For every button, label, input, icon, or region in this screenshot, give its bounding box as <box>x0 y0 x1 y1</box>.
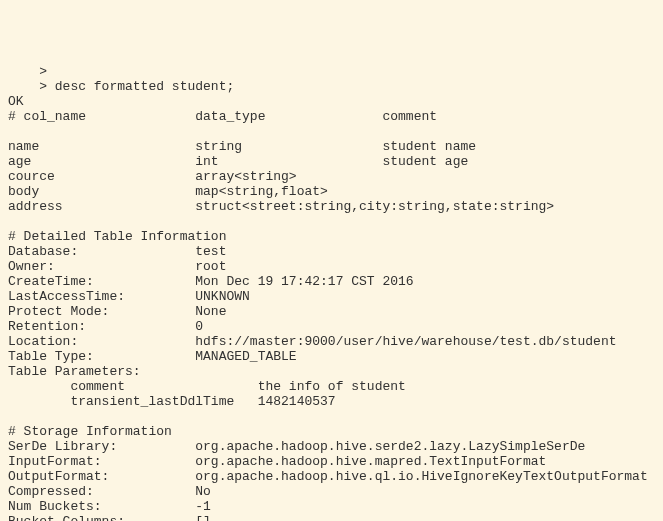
output-line: Compressed: No <box>8 484 211 499</box>
output-line: Table Parameters: <box>8 364 141 379</box>
output-line: age int student age <box>8 154 468 169</box>
terminal-output: > > desc formatted student; OK # col_nam… <box>8 64 655 521</box>
output-line: # col_name data_type comment <box>8 109 437 124</box>
output-line: Table Type: MANAGED_TABLE <box>8 349 297 364</box>
output-line: address struct<street:string,city:string… <box>8 199 554 214</box>
output-line: Protect Mode: None <box>8 304 226 319</box>
output-line: CreateTime: Mon Dec 19 17:42:17 CST 2016 <box>8 274 414 289</box>
output-line: Owner: root <box>8 259 226 274</box>
output-line: # Detailed Table Information <box>8 229 226 244</box>
output-line: Database: test <box>8 244 226 259</box>
output-line: > <box>8 64 47 79</box>
output-line: OK <box>8 94 24 109</box>
output-line: Num Buckets: -1 <box>8 499 211 514</box>
output-line: InputFormat: org.apache.hadoop.hive.mapr… <box>8 454 546 469</box>
output-line: LastAccessTime: UNKNOWN <box>8 289 250 304</box>
output-line: comment the info of student <box>8 379 406 394</box>
output-line: Location: hdfs://master:9000/user/hive/w… <box>8 334 617 349</box>
output-line: # Storage Information <box>8 424 172 439</box>
output-line: cource array<string> <box>8 169 297 184</box>
output-line: OutputFormat: org.apache.hadoop.hive.ql.… <box>8 469 648 484</box>
output-line: > desc formatted student; <box>8 79 234 94</box>
output-line: body map<string,float> <box>8 184 328 199</box>
output-line: name string student name <box>8 139 476 154</box>
output-line: transient_lastDdlTime 1482140537 <box>8 394 336 409</box>
output-line: Bucket Columns: [] <box>8 514 211 521</box>
output-line: SerDe Library: org.apache.hadoop.hive.se… <box>8 439 585 454</box>
output-line: Retention: 0 <box>8 319 203 334</box>
